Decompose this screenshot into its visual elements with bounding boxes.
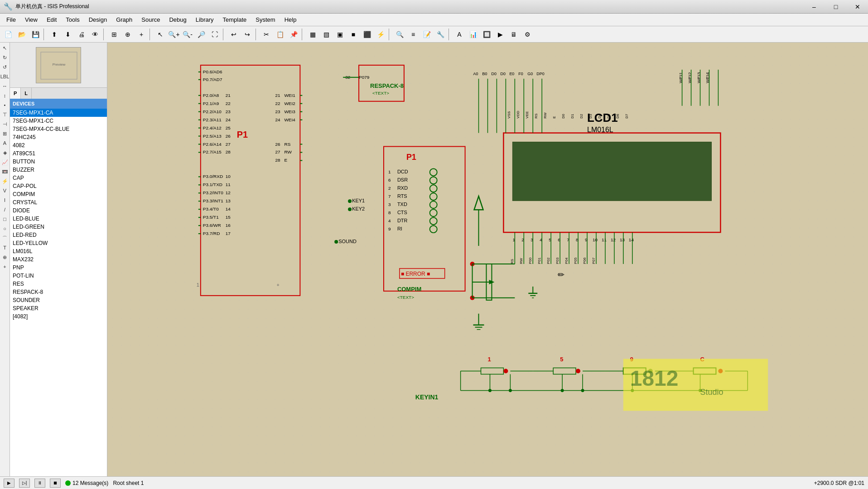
origin-btn[interactable]: ⊕ <box>121 29 134 40</box>
add-pin-tool[interactable]: + <box>0 262 10 271</box>
device-item[interactable]: LM016L <box>10 247 107 255</box>
export-btn[interactable]: ⬇ <box>62 29 74 40</box>
arrow-btn[interactable]: ↖ <box>154 29 167 40</box>
virt-btn[interactable]: 🖥 <box>507 29 520 40</box>
paste-btn[interactable]: 📌 <box>287 29 300 40</box>
text-tool[interactable]: T <box>0 243 10 252</box>
circle-tool[interactable]: ○ <box>0 224 10 233</box>
graph-tool[interactable]: 📈 <box>0 158 10 167</box>
device-item[interactable]: AT89C51 <box>10 149 107 158</box>
wire-tool[interactable]: ↔ <box>0 82 10 91</box>
sim-btn[interactable]: ▶ <box>494 29 506 40</box>
menu-tools[interactable]: Tools <box>61 14 84 25</box>
device-item[interactable]: LED-GREEN <box>10 223 107 231</box>
bom-btn[interactable]: 📊 <box>467 29 479 40</box>
device-item[interactable]: SPEAKER <box>10 304 107 312</box>
probe-btn[interactable]: ⚡ <box>374 29 387 40</box>
cut-btn[interactable]: ✂ <box>260 29 273 40</box>
volt-tool[interactable]: V <box>0 186 10 195</box>
tape-tool[interactable]: 📼 <box>0 167 10 176</box>
annot-tool[interactable]: A <box>0 139 10 148</box>
redo-btn[interactable]: ↪ <box>241 29 254 40</box>
netlist-btn[interactable]: ≡ <box>407 29 420 40</box>
prop-btn[interactable]: 📝 <box>420 29 433 40</box>
bus-tool[interactable]: ↕ <box>0 91 10 100</box>
device-item[interactable]: [4082] <box>10 312 107 321</box>
print-btn[interactable]: 🖨 <box>75 29 88 40</box>
block1-btn[interactable]: ▦ <box>306 29 319 40</box>
line-tool[interactable]: / <box>0 205 10 214</box>
import-btn[interactable]: ⬆ <box>48 29 61 40</box>
extra-btn[interactable]: ⚙ <box>521 29 534 40</box>
block2-btn[interactable]: ▧ <box>320 29 333 40</box>
pcb-btn[interactable]: 🔲 <box>480 29 493 40</box>
zoom-out-btn[interactable]: 🔍- <box>181 29 194 40</box>
search-btn[interactable]: 🔍 <box>393 29 406 40</box>
device-item[interactable]: COMPIM <box>10 190 107 198</box>
annot-btn[interactable]: A <box>453 29 466 40</box>
device-item[interactable]: BUZZER <box>10 166 107 174</box>
hier-tool[interactable]: ⊞ <box>0 129 10 138</box>
grid-btn[interactable]: ⊞ <box>108 29 121 40</box>
port-tool[interactable]: ⊣ <box>0 120 10 129</box>
cur-tool[interactable]: I <box>0 196 10 205</box>
play-step-button[interactable]: ▷| <box>19 479 30 488</box>
box-tool[interactable]: □ <box>0 215 10 224</box>
device-item[interactable]: CAP-POL <box>10 182 107 190</box>
device-item[interactable]: SOUNDER <box>10 296 107 304</box>
block4-btn[interactable]: ■ <box>347 29 360 40</box>
menu-edit[interactable]: Edit <box>42 14 61 25</box>
sym2-tool[interactable]: ⊕ <box>0 253 10 262</box>
menu-design[interactable]: Design <box>84 14 111 25</box>
menu-template[interactable]: Template <box>218 14 251 25</box>
tab-p[interactable]: P <box>10 88 21 99</box>
play-button[interactable]: ▶ <box>4 479 14 488</box>
add-btn[interactable]: + <box>135 29 148 40</box>
gen-tool[interactable]: ⚡ <box>0 177 10 186</box>
device-item[interactable]: LED-RED <box>10 231 107 239</box>
schematic-canvas[interactable]: P1 P0.6/AD6 P0.7/AD7 P2.0/A8 21 P2.1/A9 … <box>107 43 868 476</box>
select-tool[interactable]: ↖ <box>0 43 10 53</box>
block5-btn[interactable]: ⬛ <box>361 29 373 40</box>
device-item[interactable]: CAP <box>10 174 107 182</box>
comp-btn[interactable]: 🔧 <box>434 29 447 40</box>
device-item[interactable]: POT-LIN <box>10 272 107 280</box>
lbl-tool[interactable]: LBL <box>0 72 10 81</box>
arc-tool[interactable]: ⌒ <box>0 234 10 243</box>
sym-tool[interactable]: ◈ <box>0 148 10 157</box>
minimize-button[interactable]: – <box>804 0 825 14</box>
undo-btn[interactable]: ↩ <box>227 29 240 40</box>
device-item[interactable]: BUTTON <box>10 158 107 166</box>
copy-btn[interactable]: 📋 <box>274 29 286 40</box>
pause-button[interactable]: ⏸ <box>34 479 45 488</box>
save-btn[interactable]: 💾 <box>29 29 42 40</box>
preview-btn[interactable]: 👁 <box>89 29 101 40</box>
new-btn[interactable]: 📄 <box>2 29 14 40</box>
device-item[interactable]: RES <box>10 280 107 288</box>
device-item[interactable]: 4082 <box>10 141 107 149</box>
menu-source[interactable]: Source <box>137 14 164 25</box>
maximize-button[interactable]: □ <box>825 0 846 14</box>
menu-view[interactable]: View <box>20 14 42 25</box>
device-item[interactable]: 7SEG-MPX1-CC <box>10 117 107 125</box>
stop-button[interactable]: ⏹ <box>50 479 61 488</box>
junction-tool[interactable]: • <box>0 101 10 110</box>
rotate-ccw[interactable]: ↺ <box>0 62 10 72</box>
close-button[interactable]: ✕ <box>847 0 868 14</box>
open-btn[interactable]: 📂 <box>15 29 28 40</box>
menu-file[interactable]: File <box>2 14 20 25</box>
device-item[interactable]: RESPACK-8 <box>10 288 107 296</box>
canvas-area[interactable]: P1 P0.6/AD6 P0.7/AD7 P2.0/A8 21 P2.1/A9 … <box>107 43 868 476</box>
zoom-in-btn[interactable]: 🔍+ <box>168 29 180 40</box>
device-item[interactable]: LED-BLUE <box>10 215 107 223</box>
zoom-all-btn[interactable]: ⛶ <box>208 29 221 40</box>
device-item[interactable]: DIODE <box>10 206 107 215</box>
device-item[interactable]: LED-YELLOW <box>10 239 107 247</box>
menu-help[interactable]: Help <box>280 14 301 25</box>
zoom-area-btn[interactable]: 🔎 <box>195 29 207 40</box>
term-tool[interactable]: ⊤ <box>0 110 10 119</box>
menu-library[interactable]: Library <box>191 14 218 25</box>
tab-l[interactable]: L <box>21 88 32 99</box>
device-item[interactable]: CRYSTAL <box>10 198 107 206</box>
device-item[interactable]: 74HC245 <box>10 133 107 141</box>
